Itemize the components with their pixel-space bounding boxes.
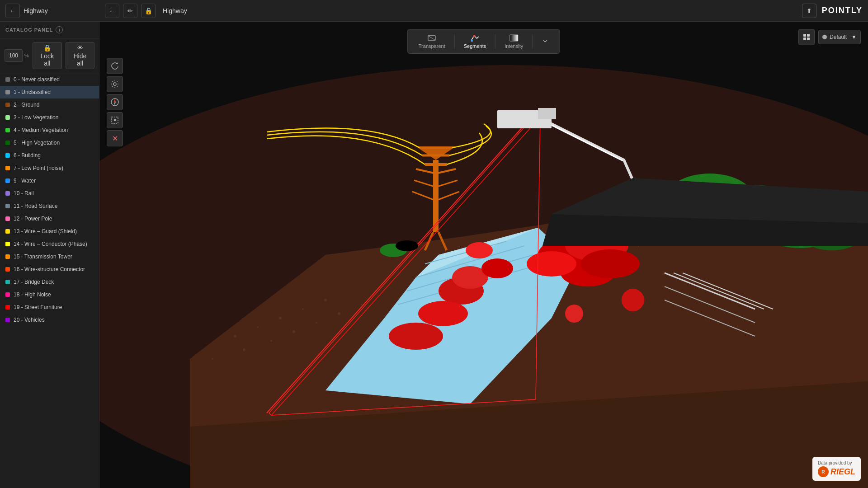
viewport-right-toolbar: Default ▼ — [798, 29, 861, 45]
list-item[interactable]: 9 - Water — [0, 174, 99, 187]
viewport-toolbar: Transparent Segments — [407, 29, 560, 54]
class-label: 15 - Transmission Tower — [14, 253, 72, 260]
list-item[interactable]: 5 - High Vegetation — [0, 136, 99, 149]
top-bar: ← Highway ← ✏ 🔒 Highway ⬆ POINTLY — [0, 0, 868, 22]
opacity-input[interactable] — [5, 49, 23, 62]
top-bar-right: ⬆ POINTLY — [802, 4, 863, 18]
class-label: 16 - Wire-structure Connector — [14, 266, 85, 272]
sidebar-controls: % 🔒 Lock all 👁 Hide all — [0, 38, 99, 73]
svg-point-26 — [292, 330, 295, 333]
svg-point-29 — [361, 304, 363, 305]
vehicle-cluster-5 — [581, 249, 640, 278]
toolbar-divider-3 — [532, 34, 533, 49]
class-color-dot — [5, 115, 10, 120]
vehicle-cluster-4 — [527, 251, 576, 277]
close-icon: ✕ — [112, 134, 118, 143]
grid-view-button[interactable] — [798, 29, 815, 45]
class-label: 7 - Low Point (noise) — [14, 165, 63, 171]
list-item[interactable]: 14 - Wire – Conductor (Phase) — [0, 238, 99, 250]
svg-marker-39 — [114, 102, 116, 105]
vehicle-3 — [481, 258, 513, 278]
class-label: 9 - Water — [14, 178, 36, 184]
sidebar: CATALOG PANEL i % 🔒 Lock all 👁 Hide all … — [0, 22, 99, 488]
class-label: 19 - Street Furniture — [14, 304, 62, 310]
svg-point-23 — [212, 358, 213, 360]
close-tool-button[interactable]: ✕ — [107, 130, 123, 146]
scene-svg — [99, 22, 868, 488]
svg-rect-34 — [510, 35, 518, 41]
class-color-dot — [5, 216, 10, 221]
app-title: Highway — [24, 7, 48, 14]
intensity-icon — [509, 34, 519, 42]
sidebar-header: CATALOG PANEL i — [0, 22, 99, 38]
class-color-dot — [5, 229, 10, 234]
list-item[interactable]: 16 - Wire-structure Connector — [0, 263, 99, 276]
more-options-button[interactable] — [536, 36, 554, 47]
list-item[interactable]: 4 - Medium Vegetation — [0, 124, 99, 136]
transparent-icon — [427, 34, 436, 42]
svg-line-31 — [428, 36, 435, 40]
edit-button[interactable]: ✏ — [123, 4, 137, 18]
rotate-tool-button[interactable] — [107, 58, 123, 74]
vehicle-6 — [466, 242, 493, 258]
class-color-dot — [5, 280, 10, 284]
share-button[interactable]: ⬆ — [802, 4, 816, 18]
lock-all-button[interactable]: 🔒 Lock all — [33, 42, 62, 69]
class-label: 1 - Unclassified — [14, 89, 51, 95]
svg-point-19 — [257, 326, 259, 328]
scene-name: Highway — [163, 7, 187, 14]
list-item[interactable]: 3 - Low Vegetation — [0, 111, 99, 124]
class-color-dot — [5, 178, 10, 183]
list-item[interactable]: 15 - Transmission Tower — [0, 250, 99, 263]
list-item[interactable]: 11 - Road Surface — [0, 200, 99, 212]
class-color-dot — [5, 191, 10, 196]
catalog-panel-label: CATALOG PANEL — [5, 27, 53, 33]
intensity-mode-button[interactable]: Intensity — [499, 32, 528, 51]
watermark-text: Data provided by — [818, 460, 852, 465]
list-item[interactable]: 17 - Bridge Deck — [0, 276, 99, 288]
watermark: Data provided by R RIEGL — [812, 457, 861, 481]
list-item[interactable]: 13 - Wire – Guard (Shield) — [0, 225, 99, 238]
lock-button[interactable]: 🔒 — [141, 4, 156, 18]
class-label: 18 - High Noise — [14, 291, 51, 298]
back-button[interactable]: ← — [5, 4, 20, 18]
list-item[interactable]: 6 - Building — [0, 149, 99, 162]
class-label: 17 - Bridge Deck — [14, 279, 54, 285]
settings-tool-button[interactable] — [107, 76, 123, 92]
list-item[interactable]: 1 - Unclassified — [0, 86, 99, 99]
main-layout: CATALOG PANEL i % 🔒 Lock all 👁 Hide all … — [0, 22, 868, 488]
list-item[interactable]: 19 - Street Furniture — [0, 301, 99, 314]
svg-rect-41 — [114, 119, 116, 121]
svg-point-20 — [279, 317, 282, 319]
list-item[interactable]: 7 - Low Point (noise) — [0, 162, 99, 174]
class-color-dot — [5, 242, 10, 246]
view-mode-indicator — [822, 35, 827, 39]
svg-point-18 — [234, 335, 236, 338]
brand-logo: POINTLY — [822, 6, 863, 15]
class-color-dot — [5, 153, 10, 158]
hide-all-button[interactable]: 👁 Hide all — [66, 42, 94, 69]
list-item[interactable]: 12 - Power Pole — [0, 212, 99, 225]
list-item[interactable]: 10 - Rail — [0, 187, 99, 200]
compass-icon — [111, 98, 119, 106]
list-item[interactable]: 2 - Ground — [0, 99, 99, 111]
class-color-dot — [5, 128, 10, 132]
chevron-down-icon: ▼ — [851, 34, 857, 40]
list-item[interactable]: 0 - Never classified — [0, 73, 99, 86]
back-nav-button[interactable]: ← — [105, 4, 119, 18]
class-color-dot — [5, 141, 10, 145]
list-item[interactable]: 20 - Vehicles — [0, 314, 99, 326]
view-mode-dropdown[interactable]: Default ▼ — [818, 30, 861, 44]
vehicle-dot-2 — [565, 305, 583, 323]
class-label: 2 - Ground — [14, 102, 39, 108]
transparent-mode-button[interactable]: Transparent — [413, 32, 451, 51]
svg-marker-38 — [114, 99, 116, 102]
select-area-button[interactable] — [107, 112, 123, 128]
classification-list: 0 - Never classified 1 - Unclassified 2 … — [0, 73, 99, 488]
list-item[interactable]: 18 - High Noise — [0, 288, 99, 301]
compass-button[interactable] — [107, 94, 123, 110]
info-icon[interactable]: i — [56, 26, 63, 33]
svg-rect-33 — [473, 35, 475, 37]
segments-mode-button[interactable]: Segments — [458, 32, 492, 51]
class-label: 13 - Wire – Guard (Shield) — [14, 228, 77, 235]
